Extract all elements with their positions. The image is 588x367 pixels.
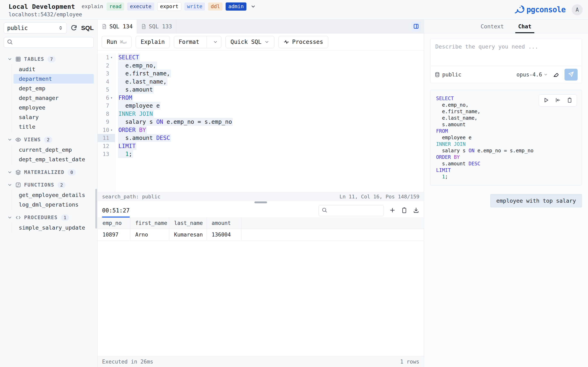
schema-select[interactable]: public	[4, 22, 67, 33]
sidebar-section-header-procedures[interactable]: PROCEDURES1	[0, 213, 97, 222]
gutter-line-4[interactable]: 4	[98, 78, 115, 86]
format-dropdown-chevron-icon[interactable]	[210, 40, 221, 44]
table-row[interactable]: 10897ArnoKumaresan136004	[98, 229, 424, 241]
gutter-line-1[interactable]: 1▾	[98, 53, 115, 62]
fold-marker-icon[interactable]: ▾	[109, 128, 114, 132]
code-line-7[interactable]: employee e	[118, 102, 424, 110]
gutter-line-6[interactable]: 6▾	[98, 94, 115, 102]
quick-sql-button[interactable]: Quick SQL	[225, 36, 274, 48]
sidebar-item-employee[interactable]: employee	[13, 103, 94, 112]
table-cell[interactable]: Kumaresan	[169, 229, 207, 241]
sidebar-section-header-views[interactable]: VIEWS2	[0, 135, 97, 145]
sidebar-item-current_dept_emp[interactable]: current_dept_emp	[13, 145, 94, 155]
permission-badge-export[interactable]: export	[157, 2, 181, 11]
sidebar-item-title[interactable]: title	[13, 122, 94, 132]
avatar[interactable]: A	[572, 4, 583, 15]
code-line-6[interactable]: FROM	[118, 94, 424, 102]
gutter-line-5[interactable]: 5	[98, 86, 115, 94]
sidebar-item-dept_manager[interactable]: dept_manager	[13, 93, 94, 103]
sidebar-item-log_dml_operations[interactable]: log_dml_operations	[13, 200, 94, 209]
explain-button[interactable]: Explain	[136, 36, 170, 48]
editor-code[interactable]: SELECT e.emp_no, e.first_name, e.last_na…	[115, 53, 424, 192]
refresh-button[interactable]	[70, 24, 77, 32]
code-line-3[interactable]: e.first_name,	[118, 69, 424, 78]
copy-sql-button[interactable]	[567, 97, 572, 104]
gutter-line-9[interactable]: 9	[98, 118, 115, 126]
tab-sql-134[interactable]: SQL 134	[98, 20, 137, 33]
sidebar-item-salary[interactable]: salary	[13, 112, 94, 122]
run-button[interactable]: Run ⌘↵	[102, 36, 131, 48]
sidebar-section-header-functions[interactable]: ƒFUNCTIONS2	[0, 180, 97, 190]
code-line-2[interactable]: e.emp_no,	[118, 62, 424, 70]
permission-badge-admin[interactable]: admin	[226, 2, 246, 11]
copy-results-button[interactable]	[401, 207, 407, 214]
connection-chevron-icon[interactable]	[251, 4, 256, 9]
results-timer-tab[interactable]: 00:51:27	[102, 204, 130, 217]
sidebar-search[interactable]	[4, 37, 94, 48]
tab-context[interactable]: Context	[481, 20, 504, 33]
sidebar-section-header-materialized[interactable]: MATERIALIZED0	[0, 167, 97, 177]
gutter-line-3[interactable]: 3	[98, 69, 115, 78]
tab-chat[interactable]: Chat	[518, 20, 531, 33]
sidebar-section-header-tables[interactable]: TABLES7	[0, 54, 97, 64]
column-header-last_name[interactable]: last_name	[169, 217, 207, 229]
code-line-9[interactable]: salary s ON e.emp_no = s.emp_no	[118, 118, 424, 126]
column-header-first_name[interactable]: first_name	[130, 217, 169, 229]
table-cell[interactable]: 10897	[98, 229, 130, 241]
code-line-12[interactable]: LIMIT	[118, 142, 424, 150]
gutter-line-11[interactable]: 11	[98, 134, 115, 142]
gutter-line-7[interactable]: 7	[98, 102, 115, 110]
column-header-emp_no[interactable]: emp_no	[98, 217, 130, 229]
code-line-4[interactable]: e.last_name,	[118, 78, 424, 86]
results-search-input[interactable]	[329, 208, 394, 213]
code-line-10[interactable]: ORDER BY	[118, 126, 424, 134]
sql-mode-button[interactable]: SQL	[81, 25, 94, 31]
permission-badge-explain[interactable]: explain	[81, 2, 104, 11]
column-header-amount[interactable]: amount	[207, 217, 241, 229]
editor-results-splitter	[98, 201, 424, 204]
splitter-drag-handle[interactable]	[254, 201, 267, 203]
fold-marker-icon[interactable]: ▾	[109, 96, 114, 100]
permission-badge-read[interactable]: read	[107, 2, 124, 11]
sql-editor[interactable]: 1▾23456▾78910▾111213 SELECT e.emp_no, e.…	[98, 50, 424, 192]
sidebar-item-simple_salary_update[interactable]: simple_salary_update	[13, 223, 94, 233]
permission-badge-write[interactable]: write	[184, 2, 205, 11]
code-line-13[interactable]: 1;	[118, 150, 424, 158]
code-line-8[interactable]: INNER JOIN	[118, 110, 424, 118]
model-select[interactable]: opus-4.6	[517, 72, 548, 78]
schema-scope[interactable]: public	[434, 72, 461, 78]
gutter-line-12[interactable]: 12	[98, 142, 115, 150]
permission-badge-execute[interactable]: execute	[127, 2, 154, 11]
sidebar-item-get_employee_details[interactable]: get_employee_details	[13, 190, 94, 200]
gutter-line-2[interactable]: 2	[98, 62, 115, 70]
sidebar-search-input[interactable]	[15, 39, 91, 45]
gutter-line-13[interactable]: 13	[98, 150, 115, 158]
send-button[interactable]	[564, 69, 578, 81]
sidebar-scrollbar[interactable]	[95, 189, 97, 229]
assistant-tabbar: Context Chat	[424, 20, 588, 33]
gutter-line-8[interactable]: 8	[98, 110, 115, 118]
clear-chat-button[interactable]	[553, 71, 560, 78]
fold-marker-icon[interactable]: ▾	[109, 55, 114, 59]
results-search[interactable]	[319, 205, 384, 216]
code-line-11[interactable]: s.amount DESC	[118, 134, 424, 142]
table-cell[interactable]: 136004	[207, 229, 241, 241]
chat-prompt-input[interactable]	[430, 39, 582, 66]
code-line-5[interactable]: s.amount	[118, 86, 424, 94]
sidebar-item-dept_emp_latest_date[interactable]: dept_emp_latest_date	[13, 155, 94, 164]
run-sql-button[interactable]	[543, 97, 549, 104]
sidebar-item-department[interactable]: department	[13, 74, 94, 83]
processes-button[interactable]: Processes	[278, 36, 328, 48]
format-button[interactable]: Format	[174, 36, 221, 48]
gutter-line-10[interactable]: 10▾	[98, 126, 115, 134]
toggle-right-panel-button[interactable]	[411, 22, 421, 31]
download-results-button[interactable]	[413, 207, 419, 214]
table-cell[interactable]: Arno	[130, 229, 169, 241]
insert-into-editor-button[interactable]	[555, 97, 561, 104]
add-row-button[interactable]	[389, 207, 396, 214]
tab-sql-133[interactable]: SQL 133	[137, 20, 176, 33]
sidebar-item-audit[interactable]: audit	[13, 64, 94, 74]
sidebar-item-dept_emp[interactable]: dept_emp	[13, 83, 94, 93]
permission-badge-ddl[interactable]: ddl	[208, 2, 223, 11]
code-line-1[interactable]: SELECT	[118, 53, 424, 62]
